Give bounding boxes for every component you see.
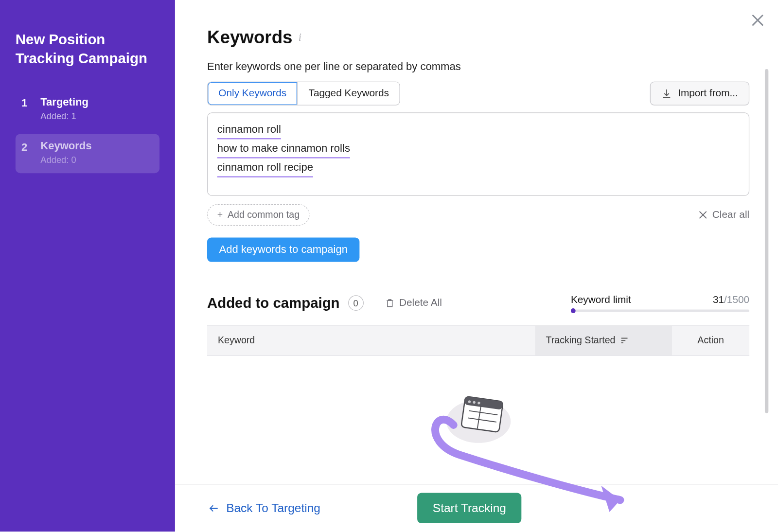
svg-rect-5 [621, 340, 625, 341]
tab-tagged-keywords[interactable]: Tagged Keywords [297, 82, 400, 105]
sort-desc-icon [620, 337, 628, 345]
page-subtitle: Enter keywords one per line or separated… [207, 61, 749, 73]
keyword-limit: Keyword limit 31/1500 [571, 294, 749, 312]
wizard-sidebar: New Position Tracking Campaign 1 Targeti… [0, 0, 175, 532]
step-number: 1 [19, 96, 30, 109]
keyword-line: cinnamon roll [217, 122, 281, 140]
wizard-title: New Position Tracking Campaign [16, 30, 159, 68]
step-label: Targeting [40, 96, 88, 108]
step-label: Keywords [40, 140, 91, 152]
keywords-textarea[interactable]: cinnamon roll how to make cinnamon rolls… [207, 112, 749, 195]
empty-state-illustration [207, 380, 749, 445]
start-tracking-button[interactable]: Start Tracking [417, 493, 522, 523]
col-tracking-started[interactable]: Tracking Started [535, 326, 672, 355]
info-icon[interactable]: i [299, 31, 301, 44]
step-sublabel: Added: 0 [40, 155, 91, 165]
added-to-campaign-title: Added to campaign [207, 295, 340, 311]
step-sublabel: Added: 1 [40, 110, 88, 121]
step-number: 2 [19, 140, 30, 153]
page-title: Keywords i [207, 27, 749, 48]
svg-rect-6 [621, 342, 623, 343]
scrollbar[interactable] [765, 69, 768, 413]
keywords-table-header: Keyword Tracking Started Action [207, 325, 749, 356]
delete-all-button[interactable]: Delete All [385, 297, 442, 309]
arrow-left-icon [207, 503, 220, 514]
trash-icon [385, 298, 395, 308]
plus-icon: + [217, 210, 223, 220]
download-icon [661, 88, 672, 99]
keyword-limit-bar [571, 310, 749, 312]
keyword-line: how to make cinnamon rolls [217, 141, 350, 159]
keyword-limit-label: Keyword limit [571, 294, 631, 306]
col-keyword[interactable]: Keyword [207, 326, 535, 355]
clear-all-button[interactable]: Clear all [698, 209, 749, 221]
col-action: Action [672, 326, 749, 355]
svg-rect-4 [621, 337, 627, 338]
add-common-tag-button[interactable]: + Add common tag [207, 204, 310, 226]
keyword-line: cinnamon roll recipe [217, 160, 313, 177]
keyword-limit-used: 31 [713, 294, 724, 305]
keyword-limit-total: /1500 [724, 294, 749, 305]
added-count-badge: 0 [348, 295, 364, 311]
keyword-mode-segment: Only Keywords Tagged Keywords [207, 82, 400, 106]
close-icon [698, 210, 707, 220]
wizard-step-targeting[interactable]: 1 Targeting Added: 1 [16, 90, 159, 129]
back-to-targeting-link[interactable]: Back To Targeting [207, 501, 320, 515]
tab-only-keywords[interactable]: Only Keywords [208, 82, 297, 105]
add-keywords-button[interactable]: Add keywords to campaign [207, 237, 360, 262]
import-from-button[interactable]: Import from... [650, 82, 750, 106]
wizard-footer: Back To Targeting Start Tracking [175, 484, 778, 532]
wizard-step-keywords[interactable]: 2 Keywords Added: 0 [16, 134, 159, 173]
